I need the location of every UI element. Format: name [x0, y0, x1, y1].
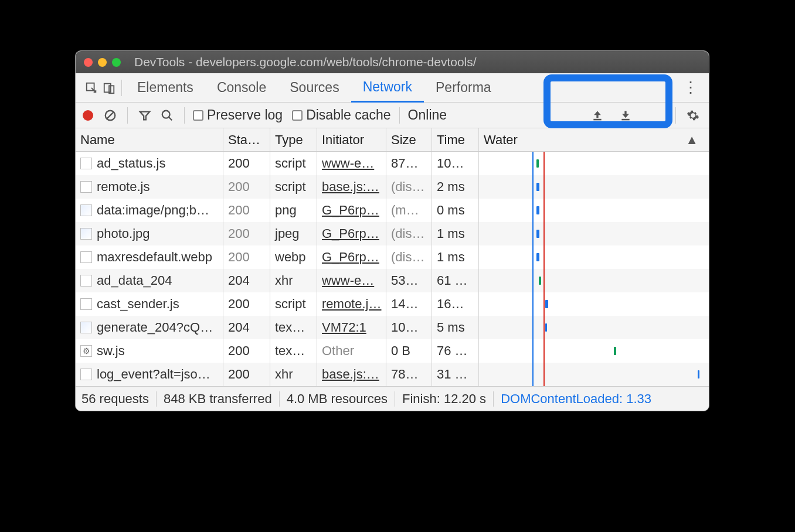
cell-time: 31 …	[437, 367, 468, 382]
cell-type: script	[275, 156, 306, 171]
waterfall-cell	[484, 245, 704, 269]
clear-icon[interactable]	[101, 107, 119, 124]
cell-size: (m…	[391, 203, 419, 218]
summary-finish: Finish: 12.20 s	[402, 391, 486, 407]
file-icon	[80, 298, 92, 310]
col-time[interactable]: Time	[432, 128, 479, 151]
waterfall-bar	[536, 159, 539, 168]
cell-init[interactable]: base.js:…	[322, 367, 379, 382]
cell-init[interactable]: G_P6rp…	[322, 250, 379, 265]
cell-size: 78…	[391, 367, 418, 382]
table-row[interactable]: ⚙sw.js200tex…Other0 B76 …	[76, 339, 709, 363]
divider	[399, 107, 400, 124]
waterfall-bar	[545, 323, 547, 332]
cell-init[interactable]: G_P6rp…	[322, 226, 379, 241]
image-file-icon	[80, 204, 92, 216]
col-type[interactable]: Type	[270, 128, 317, 151]
table-row[interactable]: ad_data_204204xhrwww-e…53…61 …	[76, 269, 709, 292]
request-name: generate_204?cQ…	[97, 320, 213, 335]
settings-gear-icon[interactable]	[684, 107, 702, 124]
panel-tabs: ElementsConsoleSourcesNetworkPerforma ⋮	[76, 73, 709, 103]
waterfall-bar	[614, 347, 616, 355]
table-row[interactable]: generate_204?cQ…204tex…VM72:110…5 ms	[76, 316, 709, 339]
cell-init[interactable]: www-e…	[322, 156, 374, 171]
col-waterfall-label: Water	[484, 132, 518, 148]
throttling-selector[interactable]: Online	[408, 107, 447, 123]
cell-type: tex…	[275, 343, 305, 359]
col-status[interactable]: Sta…	[223, 128, 270, 151]
import-har-icon[interactable]	[617, 107, 634, 124]
disable-cache-checkbox[interactable]: Disable cache	[292, 107, 390, 123]
file-icon	[80, 181, 92, 193]
tab-performa[interactable]: Performa	[424, 73, 503, 103]
disable-cache-label: Disable cache	[306, 107, 390, 123]
request-name: cast_sender.js	[97, 296, 179, 312]
table-row[interactable]: maxresdefault.webp200webpG_P6rp…(dis…1 m…	[76, 245, 709, 269]
col-waterfall[interactable]: Water ▲	[479, 128, 709, 151]
divider	[675, 107, 676, 124]
svg-line-6	[169, 117, 172, 120]
filter-icon[interactable]	[136, 107, 154, 124]
waterfall-bar	[536, 206, 539, 214]
cell-status: 200	[228, 296, 250, 312]
summary-requests: 56 requests	[81, 391, 149, 407]
col-name[interactable]: Name	[76, 128, 223, 151]
table-row[interactable]: data:image/png;b…200pngG_P6rp…(m…0 ms	[76, 199, 709, 222]
minimize-window-button[interactable]	[98, 58, 107, 67]
col-initiator[interactable]: Initiator	[317, 128, 386, 151]
status-bar: 56 requests 848 KB transferred 4.0 MB re…	[76, 386, 709, 411]
table-row[interactable]: cast_sender.js200scriptremote.j…14…16…	[76, 292, 709, 316]
cell-size: (dis…	[391, 226, 424, 241]
devtools-window: DevTools - developers.google.com/web/too…	[75, 50, 709, 411]
device-toolbar-icon[interactable]	[100, 79, 118, 97]
inspect-element-icon[interactable]	[83, 79, 100, 97]
cell-type: tex…	[275, 320, 305, 335]
table-row[interactable]: remote.js200scriptbase.js:…(dis…2 ms	[76, 175, 709, 199]
cell-status: 204	[228, 273, 250, 288]
gear-icon: ⚙	[80, 345, 92, 357]
svg-rect-8	[621, 118, 629, 120]
titlebar: DevTools - developers.google.com/web/too…	[76, 51, 709, 73]
tab-network[interactable]: Network	[351, 73, 424, 103]
export-har-icon[interactable]	[589, 107, 606, 124]
zoom-window-button[interactable]	[112, 58, 121, 67]
cell-init[interactable]: VM72:1	[322, 320, 366, 335]
cell-type: jpeg	[275, 226, 300, 241]
cell-time: 1 ms	[437, 250, 465, 265]
request-table: ad_status.js200scriptwww-e…87…10…remote.…	[76, 152, 709, 386]
cell-size: (dis…	[391, 250, 424, 265]
cell-status: 200	[228, 343, 250, 359]
tab-elements[interactable]: Elements	[125, 73, 205, 103]
cell-init[interactable]: www-e…	[322, 273, 374, 288]
cell-init[interactable]: G_P6rp…	[322, 203, 379, 218]
divider	[121, 80, 122, 96]
request-name: data:image/png;b…	[97, 203, 209, 218]
table-row[interactable]: log_event?alt=jso…200xhrbase.js:…78…31 …	[76, 363, 709, 386]
close-window-button[interactable]	[84, 58, 93, 67]
cell-size: (dis…	[391, 179, 424, 195]
more-options-icon[interactable]: ⋮	[678, 79, 702, 97]
preserve-log-checkbox[interactable]: Preserve log	[193, 107, 283, 123]
record-button[interactable]	[83, 110, 93, 121]
table-row[interactable]: ad_status.js200scriptwww-e…87…10…	[76, 152, 709, 175]
cell-time: 2 ms	[437, 179, 465, 195]
cell-init[interactable]: base.js:…	[322, 179, 379, 195]
search-icon[interactable]	[158, 107, 176, 124]
sort-indicator-icon: ▲	[685, 132, 698, 148]
col-size[interactable]: Size	[386, 128, 432, 151]
table-row[interactable]: photo.jpg200jpegG_P6rp…(dis…1 ms	[76, 222, 709, 245]
tab-console[interactable]: Console	[205, 73, 278, 103]
cell-init[interactable]: remote.j…	[322, 296, 381, 312]
cell-type: xhr	[275, 367, 293, 382]
waterfall-cell	[484, 292, 704, 316]
summary-transferred: 848 KB transferred	[164, 391, 272, 407]
waterfall-cell	[484, 175, 704, 199]
file-icon	[80, 158, 92, 169]
cell-status: 200	[228, 226, 250, 241]
file-icon	[80, 275, 92, 287]
cell-size: 10…	[391, 320, 418, 335]
cell-type: script	[275, 296, 306, 312]
tab-sources[interactable]: Sources	[278, 73, 351, 103]
waterfall-cell	[484, 152, 704, 175]
cell-status: 200	[228, 203, 250, 218]
